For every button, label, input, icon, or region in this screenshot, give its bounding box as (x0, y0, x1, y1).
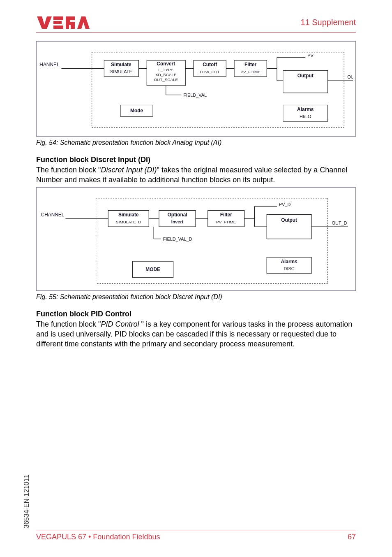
page-footer: VEGAPULS 67 • Foundation Fieldbus 67 (36, 530, 356, 541)
svg-text:OUT_SCALE: OUT_SCALE (154, 77, 178, 82)
svg-text:PV_FTIME: PV_FTIME (216, 220, 236, 224)
svg-text:OUT: OUT (347, 74, 353, 79)
document-id: 36534-EN-121011 (23, 474, 30, 528)
svg-text:Convert: Convert (157, 61, 175, 67)
figure-55-diagram: Simulate SIMULATE_D Optional Invert Filt… (39, 190, 353, 288)
svg-text:HI/LO: HI/LO (300, 114, 311, 119)
svg-text:SIMULATE_D: SIMULATE_D (116, 220, 141, 224)
figure-55-caption: Fig. 55: Schematic presentation function… (36, 293, 356, 301)
svg-text:XD_SCALE: XD_SCALE (155, 72, 177, 77)
svg-text:Alarms: Alarms (297, 107, 314, 112)
svg-text:L_TYPE: L_TYPE (158, 67, 173, 72)
svg-text:LOW_CUT: LOW_CUT (200, 70, 220, 74)
svg-text:Optional: Optional (167, 212, 187, 218)
svg-text:PV_D: PV_D (279, 202, 291, 207)
figure-54-frame: Simulate SIMULATE Convert L_TYPE XD_SCAL… (36, 41, 356, 137)
svg-text:PV: PV (307, 53, 314, 58)
footer-page-number: 67 (348, 533, 356, 541)
svg-text:CHANNEL: CHANNEL (41, 212, 65, 218)
svg-text:DISC: DISC (284, 266, 295, 271)
svg-text:SIMULATE: SIMULATE (110, 69, 132, 74)
svg-text:PV_FTIME: PV_FTIME (240, 70, 261, 74)
di-text-a: The function block " (36, 166, 101, 174)
svg-text:Output: Output (281, 218, 297, 223)
figure-54-diagram: Simulate SIMULATE Convert L_TYPE XD_SCAL… (39, 44, 353, 134)
section-label: 11 Supplement (300, 18, 356, 27)
svg-text:FIELD_VAL_D: FIELD_VAL_D (163, 237, 192, 241)
svg-text:Invert: Invert (171, 219, 184, 224)
svg-rect-3 (53, 26, 63, 29)
page: 11 Supplement Simulate SIMULATE Convert … (0, 0, 392, 557)
svg-text:FIELD_VAL: FIELD_VAL (183, 93, 207, 97)
di-heading: Function block Discret Input (DI) (36, 155, 356, 164)
svg-marker-4 (77, 16, 90, 29)
vega-logo (36, 15, 90, 30)
svg-text:Filter: Filter (244, 62, 256, 67)
svg-text:Cutoff: Cutoff (203, 62, 217, 67)
svg-marker-0 (37, 16, 52, 29)
svg-text:Simulate: Simulate (111, 62, 131, 67)
figure-55-frame: Simulate SIMULATE_D Optional Invert Filt… (36, 187, 356, 291)
pid-paragraph: The function block "PID Control " is a k… (36, 319, 356, 349)
svg-text:MODE: MODE (145, 267, 160, 272)
page-header: 11 Supplement (36, 12, 356, 32)
pid-text-a: The function block " (36, 320, 101, 328)
di-text-em: Discret Input (DI) (101, 166, 157, 174)
figure-54-caption: Fig. 54: Schematic presentation function… (36, 139, 356, 146)
pid-heading: Function block PID Control (36, 310, 356, 318)
svg-text:Alarms: Alarms (281, 259, 298, 265)
svg-text:Output: Output (297, 73, 314, 79)
content-area: Simulate SIMULATE Convert L_TYPE XD_SCAL… (36, 41, 356, 352)
svg-rect-1 (53, 16, 63, 20)
svg-text:Mode: Mode (130, 108, 143, 114)
svg-text:Simulate: Simulate (118, 212, 139, 218)
svg-text:CHANNEL: CHANNEL (39, 62, 60, 67)
svg-rect-2 (53, 21, 62, 24)
di-paragraph: The function block "Discret Input (DI)" … (36, 165, 356, 185)
pid-text-em: PID Control (101, 320, 141, 328)
svg-text:OUT_D: OUT_D (332, 220, 347, 225)
footer-left: VEGAPULS 67 • Foundation Fieldbus (36, 533, 160, 541)
svg-text:Filter: Filter (220, 212, 232, 218)
